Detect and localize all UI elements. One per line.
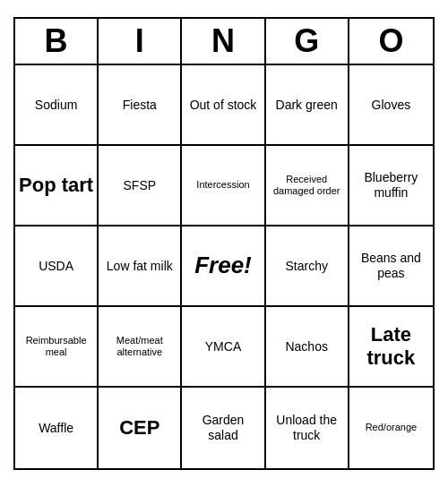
bingo-cell: Fiesta xyxy=(99,65,182,146)
header-n: N xyxy=(182,19,265,64)
bingo-cell: Dark green xyxy=(266,65,349,146)
bingo-cell: Meat/meat alternative xyxy=(99,307,182,388)
bingo-cell: Reimbursable meal xyxy=(15,307,99,388)
bingo-cell: Starchy xyxy=(266,226,349,307)
header-o: O xyxy=(349,19,433,64)
bingo-cell: Garden salad xyxy=(182,388,265,468)
header-i: I xyxy=(99,19,182,64)
bingo-cell: YMCA xyxy=(182,307,265,388)
bingo-grid: SodiumFiestaOut of stockDark greenGloves… xyxy=(15,65,433,468)
bingo-card: B I N G O SodiumFiestaOut of stockDark g… xyxy=(13,17,435,470)
header-g: G xyxy=(266,19,349,64)
bingo-cell: Low fat milk xyxy=(99,226,182,307)
bingo-cell: Intercession xyxy=(182,146,265,226)
bingo-cell: Out of stock xyxy=(182,65,265,146)
bingo-cell: Nachos xyxy=(266,307,349,388)
bingo-cell: Free! xyxy=(182,226,265,307)
bingo-cell: Pop tart xyxy=(15,146,99,226)
bingo-header: B I N G O xyxy=(15,19,433,65)
bingo-cell: CEP xyxy=(99,388,182,468)
bingo-cell: Red/orange xyxy=(349,388,433,468)
bingo-cell: Sodium xyxy=(15,65,99,146)
bingo-cell: Unload the truck xyxy=(266,388,349,468)
bingo-cell: Gloves xyxy=(349,65,433,146)
bingo-cell: USDA xyxy=(15,226,99,307)
bingo-cell: Received damaged order xyxy=(266,146,349,226)
bingo-cell: Waffle xyxy=(15,388,99,468)
header-b: B xyxy=(15,19,99,64)
bingo-cell: SFSP xyxy=(99,146,182,226)
bingo-cell: Late truck xyxy=(349,307,433,388)
bingo-cell: Blueberry muffin xyxy=(349,146,433,226)
bingo-cell: Beans and peas xyxy=(349,226,433,307)
